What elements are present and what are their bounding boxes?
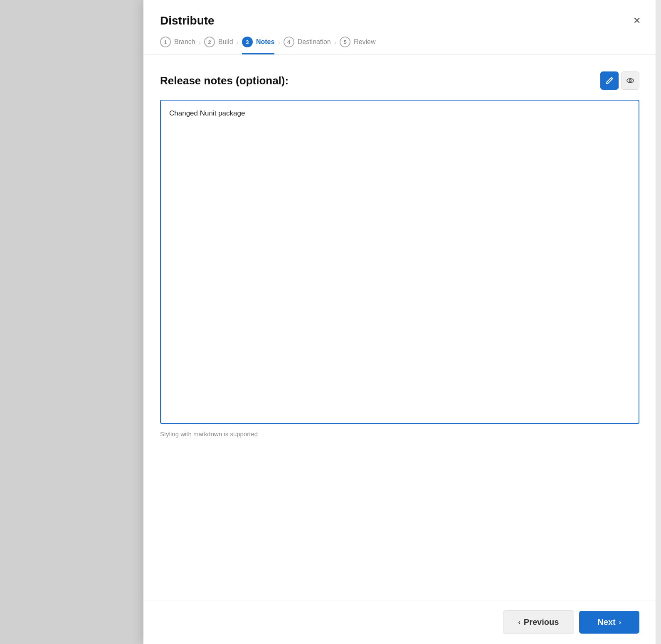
modal-title: Distribute	[160, 14, 215, 27]
step-sep-4: ›	[334, 39, 336, 52]
chevron-right-icon: ›	[619, 619, 621, 626]
step-destination[interactable]: 4 Destination	[284, 37, 331, 54]
markdown-hint: Styling with markdown is supported	[160, 430, 639, 438]
previous-button[interactable]: ‹ Previous	[503, 610, 575, 634]
eye-icon	[626, 76, 635, 85]
modal-overlay: Distribute ✕ 1 Branch › 2	[0, 0, 661, 644]
step-circle-notes: 3	[242, 37, 253, 47]
step-label-notes: Notes	[256, 38, 274, 46]
step-label-build: Build	[218, 38, 233, 46]
step-label-destination: Destination	[298, 38, 331, 46]
chevron-left-icon: ‹	[518, 619, 520, 626]
step-label-review: Review	[354, 38, 375, 46]
section-title: Release notes (optional):	[160, 74, 289, 87]
next-label: Next	[597, 617, 615, 627]
close-icon: ✕	[633, 15, 641, 26]
step-sep-1: ›	[199, 39, 201, 52]
pencil-icon	[605, 76, 614, 85]
previous-label: Previous	[524, 617, 559, 627]
steps-navigation: 1 Branch › 2 Build › 3	[160, 37, 644, 54]
modal-header: Distribute ✕ 1 Branch › 2	[143, 0, 661, 55]
section-header: Release notes (optional):	[160, 71, 639, 90]
modal-title-row: Distribute ✕	[160, 13, 644, 28]
toolbar-buttons	[600, 71, 639, 90]
close-button[interactable]: ✕	[629, 13, 644, 28]
modal-body: Release notes (optional):	[143, 55, 661, 600]
step-circle-build: 2	[204, 37, 215, 47]
step-branch[interactable]: 1 Branch	[160, 37, 195, 54]
step-review[interactable]: 5 Review	[340, 37, 375, 54]
step-circle-review: 5	[340, 37, 350, 47]
edit-mode-button[interactable]	[600, 71, 619, 90]
step-sep-3: ›	[278, 39, 280, 52]
modal-footer: ‹ Previous Next ›	[143, 600, 661, 644]
release-notes-input[interactable]: Changed Nunit package	[160, 100, 639, 424]
modal-dialog: Distribute ✕ 1 Branch › 2	[143, 0, 661, 644]
step-circle-destination: 4	[284, 37, 294, 47]
step-circle-branch: 1	[160, 37, 171, 47]
step-label-branch: Branch	[174, 38, 195, 46]
svg-point-1	[629, 80, 631, 82]
step-build[interactable]: 2 Build	[204, 37, 233, 54]
svg-point-0	[627, 79, 634, 83]
next-button[interactable]: Next ›	[579, 611, 639, 634]
step-notes[interactable]: 3 Notes	[242, 37, 274, 54]
step-sep-2: ›	[237, 39, 239, 52]
preview-mode-button[interactable]	[621, 71, 639, 90]
